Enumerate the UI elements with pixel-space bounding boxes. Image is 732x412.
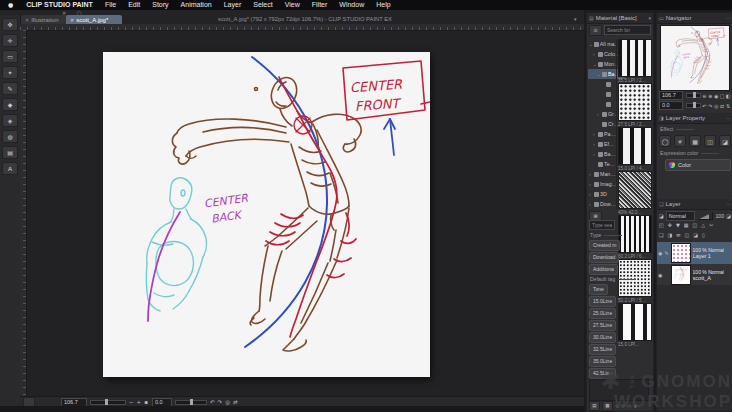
- grid-view-button[interactable]: ▤: [589, 401, 600, 411]
- rotate-ccw-button[interactable]: ↶: [210, 399, 215, 405]
- down-icon[interactable]: ▼: [676, 222, 680, 228]
- tag-download[interactable]: Download: [589, 252, 619, 263]
- scissors-icon[interactable]: ✂: [709, 222, 713, 228]
- tag-25line[interactable]: 25.0Line: [589, 308, 616, 319]
- panel-options-icon[interactable]: ⋯: [726, 15, 731, 21]
- tag-30line[interactable]: 30.0Line: [589, 332, 616, 343]
- diamond-icon[interactable]: ◇: [627, 403, 631, 409]
- close-icon[interactable]: ✕: [25, 17, 29, 23]
- search-icon[interactable]: ⊙: [589, 25, 602, 36]
- border-effect-button[interactable]: ◯: [659, 135, 671, 147]
- material-thumbnail[interactable]: 35.5 LPI / 2…: [618, 39, 650, 85]
- collapse-icon[interactable]: ▾: [648, 15, 651, 21]
- fill-tool[interactable]: ◍: [2, 130, 18, 143]
- brush-tool[interactable]: ◆: [2, 98, 18, 111]
- menu-layer[interactable]: Layer: [218, 0, 248, 10]
- navigator-zoom-field[interactable]: [659, 91, 683, 100]
- layer-item-scott-a[interactable]: ◉ ✎ 100 % Normal scott_A: [657, 264, 732, 287]
- tag-275line[interactable]: 27.5Line: [589, 320, 616, 331]
- mask-effect-button[interactable]: ◪: [719, 135, 731, 147]
- material-thumbnail[interactable]: 50.2 LPI / 6…: [618, 215, 650, 261]
- material-thumbnail[interactable]: 50.2 LPI / 5…: [618, 259, 650, 305]
- menu-window[interactable]: Window: [333, 0, 370, 10]
- material-thumbnail[interactable]: 15.0 LPI…: [618, 303, 650, 349]
- panel-options-icon[interactable]: ⋯: [726, 115, 731, 121]
- material-thumbnail[interactable]: 40% 42.0…: [618, 171, 650, 217]
- menu-view[interactable]: View: [279, 0, 306, 10]
- menu-animation[interactable]: Animation: [175, 0, 218, 10]
- panel-menu-icon[interactable]: ▤: [589, 15, 594, 21]
- panel-options-icon[interactable]: ⋯: [726, 201, 731, 207]
- menu-file[interactable]: File: [99, 0, 122, 10]
- flip-horizontal-button[interactable]: ⇄: [233, 399, 238, 405]
- menu-edit[interactable]: Edit: [122, 0, 146, 10]
- chevron-down-icon[interactable]: ▾: [574, 16, 577, 22]
- extract-line-button[interactable]: ☀: [674, 135, 686, 147]
- eraser-tool[interactable]: ◈: [2, 114, 18, 127]
- visibility-eye-icon[interactable]: ◉: [658, 272, 662, 278]
- material-tree-item[interactable]: ›Man…: [588, 169, 617, 179]
- material-tree-item[interactable]: ›Imag…: [588, 179, 617, 189]
- tag-35line[interactable]: 35.0Line: [589, 356, 616, 367]
- favorite-icon[interactable]: ♥: [633, 403, 637, 409]
- list-view-button[interactable]: ▦: [602, 401, 613, 411]
- tab-scott-a[interactable]: ✕ scott_A.jpg*: [66, 15, 122, 24]
- material-thumbnail[interactable]: 15.0 LPI / 4…: [618, 127, 650, 173]
- opacity-slider[interactable]: [697, 212, 713, 220]
- material-tree-item[interactable]: ›3D: [588, 189, 617, 199]
- visibility-eye-icon[interactable]: ◉: [658, 250, 662, 256]
- selection-tool[interactable]: ▭: [2, 50, 18, 63]
- expression-color-dropdown[interactable]: Color: [665, 159, 731, 171]
- material-tree-item[interactable]: ⌄All ma…: [588, 39, 617, 49]
- fit-to-screen-button[interactable]: ▪: [144, 399, 148, 405]
- text-tool[interactable]: A: [2, 162, 18, 175]
- new-folder-icon[interactable]: ◨: [667, 232, 672, 238]
- tag-325line[interactable]: 32.5Line: [589, 344, 616, 355]
- tag-created-material[interactable]: Created m: [589, 240, 620, 251]
- ruler-icon[interactable]: ✥: [668, 222, 672, 228]
- layer-color-button[interactable]: ◫: [704, 135, 716, 147]
- layer-property-header[interactable]: ◨ Layer Property ⋯: [657, 113, 732, 124]
- menu-help[interactable]: Help: [370, 0, 396, 10]
- navigator-zoom-slider[interactable]: [686, 93, 701, 98]
- new-layer-icon[interactable]: ❏: [659, 232, 663, 238]
- rotation-slider[interactable]: [175, 400, 207, 405]
- tab-illustration[interactable]: ✕ Illustration: [21, 15, 71, 24]
- merge-icon[interactable]: ◫: [693, 222, 698, 228]
- apple-logo-icon[interactable]: ●: [0, 0, 20, 10]
- mask-icon[interactable]: ◪: [693, 232, 698, 238]
- tag-search-input[interactable]: [589, 220, 615, 230]
- layer-name[interactable]: scott_A: [693, 275, 725, 281]
- operation-tool[interactable]: ✥: [2, 18, 18, 31]
- move-tool[interactable]: ✛: [2, 34, 18, 47]
- rotate-cw-button[interactable]: ↷: [218, 399, 223, 405]
- zoom-out-button[interactable]: −: [129, 399, 134, 405]
- blend-mode-select[interactable]: Normal: [666, 211, 696, 221]
- navigator-rotation-slider[interactable]: [686, 103, 701, 108]
- clip-icon[interactable]: ◰: [659, 222, 664, 228]
- drawing-canvas[interactable]: CENTER FRONT CENTER BACK: [103, 52, 430, 377]
- layer-name[interactable]: Layer 1: [693, 253, 725, 259]
- undo-icon[interactable]: ⟲: [615, 403, 619, 409]
- zoom-slider[interactable]: [90, 400, 126, 405]
- tone-icon[interactable]: ▦: [684, 222, 689, 228]
- material-panel-header[interactable]: ▤ Material [Basic] ▾: [587, 13, 653, 24]
- menu-app-name[interactable]: CLIP STUDIO PAINT: [20, 0, 99, 10]
- tag-15line[interactable]: 15.0Line: [589, 296, 616, 307]
- material-thumbnail[interactable]: 27.5 LPI / 2…: [618, 83, 650, 129]
- flip-view-icon[interactable]: ◧: [725, 93, 731, 99]
- tag-425line[interactable]: 42.5Line: [589, 368, 616, 379]
- tag-tone[interactable]: Tone: [589, 284, 608, 295]
- auto-select-tool[interactable]: ✦: [2, 66, 18, 79]
- tag-additional[interactable]: Additiona: [589, 264, 618, 275]
- tone-effect-button[interactable]: ▦: [689, 135, 701, 147]
- material-search-input[interactable]: [604, 25, 651, 35]
- combine-icon[interactable]: ◫: [684, 232, 689, 238]
- menu-select[interactable]: Select: [247, 0, 278, 10]
- zoom-in-button[interactable]: +: [137, 399, 142, 405]
- delete-layer-icon[interactable]: ▯: [702, 232, 705, 238]
- navigator-rotation-field[interactable]: [659, 101, 683, 110]
- close-icon[interactable]: ✕: [70, 17, 74, 23]
- pen-tool[interactable]: ✎: [2, 82, 18, 95]
- transfer-icon[interactable]: ✉: [676, 232, 680, 238]
